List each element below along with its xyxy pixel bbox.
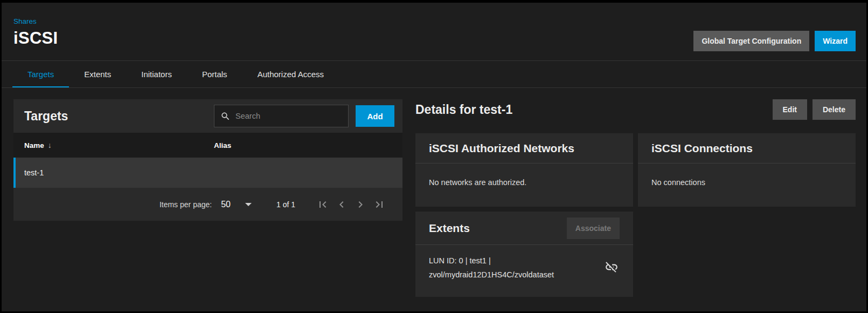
- search-icon: [220, 111, 231, 121]
- header-actions: Global Target Configuration Wizard: [693, 31, 856, 51]
- items-per-page-label: Items per page:: [159, 200, 212, 209]
- iscsi-page: Shares iSCSI Global Target Configuration…: [0, 0, 868, 313]
- iscsi-connections-card: iSCSI Connections No connections: [638, 133, 856, 207]
- column-header-alias[interactable]: Alias: [214, 141, 392, 149]
- paginator: Items per page: 50 1 of 1: [13, 188, 402, 221]
- breadcrumb-shares[interactable]: Shares: [13, 17, 37, 25]
- extents-card: Extents Associate LUN ID: 0 | test1 | zv…: [415, 212, 633, 297]
- iscsi-connections-card-header: iSCSI Connections: [638, 133, 856, 164]
- pagination-nav: [316, 198, 386, 212]
- last-page-icon: [373, 198, 386, 211]
- link-off-icon: [605, 260, 619, 274]
- page-range-label: 1 of 1: [276, 200, 295, 209]
- previous-page-button[interactable]: [335, 198, 349, 212]
- tab-portals[interactable]: Portals: [187, 61, 242, 87]
- tab-targets[interactable]: Targets: [12, 61, 69, 87]
- targets-card: Targets Add Name ↓ Alias test-1: [13, 99, 402, 221]
- targets-card-header: Targets Add: [13, 99, 402, 133]
- iscsi-connections-empty-text: No connections: [638, 164, 856, 207]
- unassociate-extent-button[interactable]: [603, 260, 620, 276]
- details-cards-grid: iSCSI Authorized Networks No networks ar…: [415, 133, 856, 297]
- tab-extents[interactable]: Extents: [69, 61, 126, 87]
- first-page-button[interactable]: [316, 198, 330, 212]
- extents-card-header: Extents Associate: [415, 212, 633, 245]
- delete-target-button[interactable]: Delete: [813, 99, 856, 120]
- iscsi-connections-title: iSCSI Connections: [651, 142, 753, 155]
- chevron-left-icon: [335, 198, 348, 211]
- edit-target-button[interactable]: Edit: [773, 99, 807, 120]
- column-header-name[interactable]: Name ↓: [24, 141, 214, 149]
- authorized-networks-card-header: iSCSI Authorized Networks: [415, 133, 633, 164]
- next-page-button[interactable]: [353, 198, 367, 212]
- authorized-networks-card: iSCSI Authorized Networks No networks ar…: [415, 133, 633, 207]
- column-name-label: Name: [24, 141, 44, 149]
- associate-extent-button[interactable]: Associate: [567, 217, 620, 239]
- search-input[interactable]: [235, 112, 342, 120]
- last-page-button[interactable]: [372, 198, 386, 212]
- authorized-networks-empty-text: No networks are authorized.: [415, 164, 633, 207]
- column-alias-label: Alias: [214, 141, 231, 149]
- extent-lun-text: LUN ID: 0 | test1 | zvol/mydraid12D1HS4C…: [429, 254, 591, 282]
- details-header: Details for test-1 Edit Delete: [415, 99, 856, 120]
- wizard-button[interactable]: Wizard: [815, 31, 856, 51]
- row-name-cell: test-1: [24, 168, 214, 177]
- details-title: Details for test-1: [415, 103, 512, 117]
- details-section: Details for test-1 Edit Delete iSCSI Aut…: [415, 99, 856, 297]
- table-row-test-1[interactable]: test-1: [13, 158, 402, 188]
- chevron-right-icon: [354, 198, 367, 211]
- first-page-icon: [316, 198, 329, 211]
- global-target-configuration-button[interactable]: Global Target Configuration: [693, 31, 809, 51]
- add-target-button[interactable]: Add: [356, 105, 394, 127]
- search-box[interactable]: [214, 105, 349, 127]
- page-header: Shares iSCSI Global Target Configuration…: [2, 3, 866, 60]
- items-per-page-select[interactable]: 50: [221, 200, 231, 209]
- caret-down-icon[interactable]: [245, 203, 252, 206]
- sort-descending-icon: ↓: [48, 141, 52, 149]
- extents-title: Extents: [429, 222, 470, 235]
- targets-table-header: Name ↓ Alias: [13, 133, 402, 158]
- targets-card-title: Targets: [24, 109, 68, 124]
- tab-bar: Targets Extents Initiators Portals Autho…: [2, 60, 866, 88]
- tab-authorized-access[interactable]: Authorized Access: [242, 61, 339, 87]
- authorized-networks-title: iSCSI Authorized Networks: [429, 142, 574, 155]
- main-content: Targets Add Name ↓ Alias test-1: [2, 88, 866, 297]
- tab-initiators[interactable]: Initiators: [126, 61, 187, 87]
- extent-list-item: LUN ID: 0 | test1 | zvol/mydraid12D1HS4C…: [415, 245, 633, 297]
